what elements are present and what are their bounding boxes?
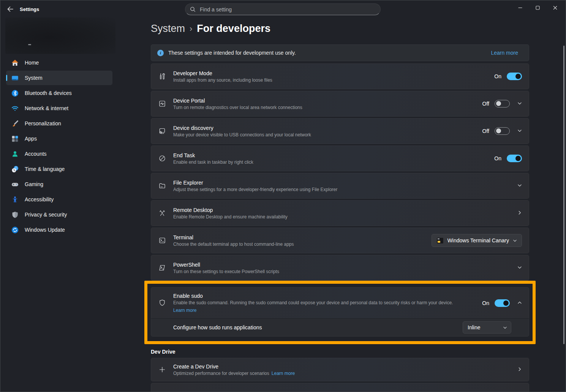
apps-icon bbox=[11, 135, 19, 142]
chevron-down-icon bbox=[503, 326, 507, 330]
sidebar-item-privacy-security[interactable]: Privacy & security bbox=[6, 207, 112, 222]
network-icon bbox=[11, 105, 19, 112]
toggle-knob bbox=[496, 101, 501, 106]
sidebar-item-bluetooth-devices[interactable]: Bluetooth & devices bbox=[6, 86, 112, 100]
breadcrumb-chevron-icon: › bbox=[190, 23, 192, 34]
privacy-security-icon bbox=[11, 211, 19, 218]
chevron-down-icon[interactable] bbox=[517, 128, 522, 134]
sidebar-item-label: Home bbox=[25, 60, 39, 66]
device-discovery-icon bbox=[151, 127, 173, 135]
row-title: Developer Mode bbox=[173, 70, 494, 76]
device-portal-toggle[interactable] bbox=[495, 100, 510, 107]
row-enable-sudo[interactable]: Enable sudo Enable the sudo command. Run… bbox=[151, 287, 529, 318]
row-title: Terminal bbox=[173, 234, 432, 240]
toggle-state-label: Off bbox=[482, 128, 489, 134]
chevron-down-icon[interactable] bbox=[517, 264, 522, 271]
row-control-antivirus[interactable]: Control antivirus behavior bbox=[151, 383, 529, 392]
remote-desktop-icon bbox=[151, 209, 173, 217]
sidebar: Home System Bluetooth & devices Network … bbox=[6, 55, 112, 238]
close-button[interactable] bbox=[546, 0, 564, 15]
sidebar-item-gaming[interactable]: Gaming bbox=[6, 177, 112, 191]
row-subtitle: Optimized performance for developer scen… bbox=[173, 371, 269, 376]
accessibility-icon bbox=[11, 196, 19, 203]
sidebar-item-label: Time & language bbox=[25, 166, 65, 172]
sidebar-item-personalization[interactable]: Personalization bbox=[6, 116, 112, 131]
configure-sudo-label: Configure how sudo runs applications bbox=[173, 324, 463, 330]
terminal-app-dropdown-value: Windows Terminal Canary bbox=[447, 237, 509, 243]
row-create-dev-drive[interactable]: Create a Dev Drive Optimized performance… bbox=[151, 358, 529, 381]
sidebar-item-time-language[interactable]: Time & language bbox=[6, 162, 112, 176]
sudo-learn-more-link[interactable]: Learn more bbox=[173, 308, 196, 313]
maximize-icon bbox=[536, 6, 540, 10]
sidebar-item-label: Windows Update bbox=[25, 227, 65, 233]
back-button[interactable] bbox=[5, 5, 16, 14]
info-learn-more-link[interactable]: Learn more bbox=[491, 50, 518, 56]
sidebar-item-label: Personalization bbox=[25, 120, 61, 126]
row-terminal: Terminal Choose the default terminal app… bbox=[151, 228, 529, 253]
gaming-icon bbox=[11, 181, 19, 188]
chevron-right-icon[interactable] bbox=[517, 366, 522, 373]
breadcrumb-system-link[interactable]: System bbox=[151, 23, 185, 35]
sidebar-item-label: Gaming bbox=[25, 181, 43, 187]
minimize-button[interactable] bbox=[511, 0, 529, 15]
info-banner: i These settings are intended for develo… bbox=[151, 44, 529, 61]
toggle-state-label: On bbox=[482, 300, 489, 306]
sudo-run-mode-dropdown[interactable]: Inline bbox=[463, 321, 511, 334]
file-explorer-icon bbox=[151, 182, 173, 190]
row-title: File Explorer bbox=[173, 180, 515, 186]
toggle-state-label: Off bbox=[482, 101, 489, 107]
row-subtitle: Turn on remote diagnostics over local ar… bbox=[173, 105, 482, 110]
app-title: Settings bbox=[20, 6, 39, 12]
page-title: For developers bbox=[197, 23, 270, 35]
row-title: PowerShell bbox=[173, 262, 515, 268]
tools-icon bbox=[151, 73, 173, 80]
sidebar-item-home[interactable]: Home bbox=[6, 55, 112, 70]
toggle-state-label: On bbox=[494, 155, 501, 161]
chevron-up-icon[interactable] bbox=[517, 300, 522, 307]
dev-drive-learn-more-link[interactable]: Learn more bbox=[272, 371, 295, 376]
developer-mode-toggle[interactable] bbox=[507, 73, 522, 80]
user-avatar-image bbox=[5, 17, 115, 54]
titlebar: Settings bbox=[0, 0, 566, 19]
sidebar-item-label: Accessibility bbox=[25, 196, 54, 202]
maximize-button[interactable] bbox=[529, 0, 546, 15]
row-remote-desktop[interactable]: Remote Desktop Enable Remote Desktop and… bbox=[151, 200, 529, 226]
sidebar-item-network-internet[interactable]: Network & internet bbox=[6, 101, 112, 115]
search-box[interactable] bbox=[185, 3, 381, 15]
breadcrumb: System › For developers bbox=[151, 21, 529, 36]
device-discovery-toggle[interactable] bbox=[495, 127, 510, 135]
end-task-icon bbox=[151, 155, 173, 162]
sidebar-item-label: Apps bbox=[25, 136, 37, 142]
search-icon bbox=[190, 6, 196, 12]
row-file-explorer[interactable]: File Explorer Adjust these settings for … bbox=[151, 173, 529, 199]
sidebar-item-system[interactable]: System bbox=[6, 71, 112, 85]
sidebar-item-windows-update[interactable]: Windows Update bbox=[6, 223, 112, 237]
home-icon bbox=[11, 59, 19, 66]
sidebar-item-accounts[interactable]: Accounts bbox=[6, 147, 112, 161]
accounts-icon bbox=[11, 150, 19, 158]
row-powershell[interactable]: PowerShell Turn on these settings to exe… bbox=[151, 255, 529, 281]
search-input[interactable] bbox=[199, 6, 376, 13]
sidebar-item-label: Privacy & security bbox=[25, 212, 67, 218]
terminal-icon bbox=[151, 237, 173, 244]
chevron-right-icon[interactable] bbox=[517, 210, 522, 217]
scrollbar[interactable] bbox=[563, 46, 564, 344]
sidebar-item-accessibility[interactable]: Accessibility bbox=[6, 192, 112, 207]
terminal-app-dropdown[interactable]: Windows Terminal Canary bbox=[432, 234, 522, 247]
toggle-knob bbox=[503, 300, 509, 306]
end-task-toggle[interactable] bbox=[507, 155, 522, 162]
row-title: Enable sudo bbox=[173, 293, 482, 299]
info-icon: i bbox=[157, 50, 164, 56]
toggle-knob bbox=[515, 74, 521, 79]
minimize-icon bbox=[518, 6, 522, 10]
chevron-down-icon[interactable] bbox=[517, 100, 522, 107]
row-device-portal[interactable]: Device Portal Turn on remote diagnostics… bbox=[151, 91, 529, 117]
sidebar-item-label: System bbox=[25, 75, 43, 81]
sidebar-item-apps[interactable]: Apps bbox=[6, 131, 112, 146]
row-subtitle: Make your device visible to USB connecti… bbox=[173, 132, 482, 138]
row-end-task: End Task Enable end task in taskbar by r… bbox=[151, 145, 529, 171]
row-device-discovery[interactable]: Device discovery Make your device visibl… bbox=[151, 118, 529, 144]
chevron-down-icon[interactable] bbox=[517, 182, 522, 189]
enable-sudo-toggle[interactable] bbox=[495, 299, 510, 307]
row-subtitle: Choose the default terminal app to host … bbox=[173, 242, 432, 247]
